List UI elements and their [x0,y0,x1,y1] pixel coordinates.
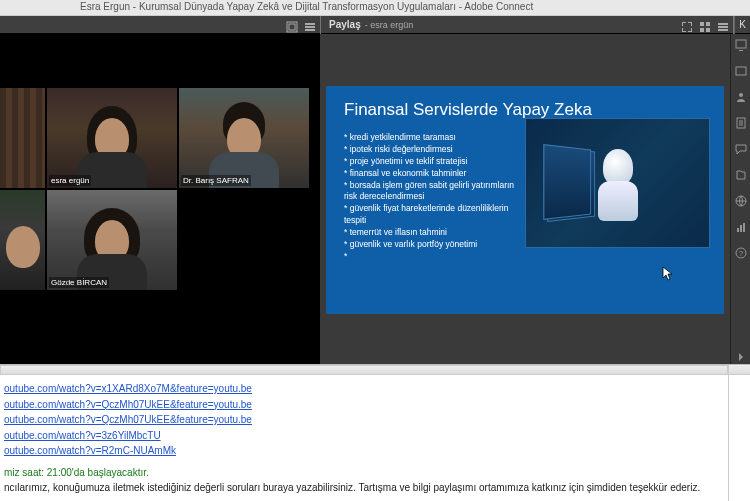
tab-k[interactable]: K [734,16,750,34]
slide-title: Finansal Servislerde Yapay Zeka [344,100,706,120]
svg-rect-19 [743,223,745,232]
participant-name: Dr. Barış SAFRAN [181,175,251,186]
chat-system-message: miz saat: 21:00'da başlayacaktır. [4,467,724,478]
slide-bullet: güvenlik ve varlık portföy yönetimi [344,239,524,251]
slide-bullets: kredi yetkilendirme taraması ipotek risk… [344,132,524,263]
cursor-icon [662,266,674,282]
chat-link[interactable]: outube.com/watch?v=QczMh07UkEE&feature=y… [4,412,724,428]
files-icon[interactable] [734,168,748,182]
video-tile[interactable]: esra ergün [47,88,177,188]
chat-pod[interactable]: outube.com/watch?v=x1XARd8Xo7M&feature=y… [0,365,728,501]
chat-link[interactable]: outube.com/watch?v=x1XARd8Xo7M&feature=y… [4,381,724,397]
slide-bullet: temerrüt ve iflasın tahmini [344,227,524,239]
chat-side-panel [728,365,750,501]
svg-point-14 [739,93,743,97]
collapse-sidebar-icon[interactable] [734,350,748,364]
svg-rect-18 [740,225,742,232]
grid-layout-icon[interactable] [699,19,711,31]
slide-bullet: borsada işlem gören sabit gelirli yatırı… [344,180,524,204]
slide-image [525,118,710,248]
video-tile[interactable] [0,190,45,290]
slide-bullet [344,251,524,263]
pod-divider[interactable] [0,365,728,375]
pod-options-icon[interactable] [304,19,316,31]
top-toolbar: Paylaş - esra ergün K [0,16,750,34]
chat-link[interactable]: outube.com/watch?v=QczMh07UkEE&feature=y… [4,397,724,413]
slide-bullet: proje yönetimi ve teklif stratejisi [344,156,524,168]
slide-bullet: güvenlik fiyat hareketlerinde düzenlilik… [344,203,524,227]
share-icon[interactable] [734,38,748,52]
notes-icon[interactable] [734,116,748,130]
attendees-icon[interactable] [734,90,748,104]
video-tile[interactable] [0,88,45,188]
svg-rect-8 [706,28,710,32]
whiteboard-icon[interactable] [734,64,748,78]
fullscreen-icon[interactable] [681,19,693,31]
right-sidebar: ? [730,34,750,364]
slide-bullet: ipotek riski değerlendirmesi [344,144,524,156]
participant-name: Gözde BİRCAN [49,277,109,288]
video-tile[interactable]: Dr. Barış SAFRAN [179,88,309,188]
chat-message: ncılarımız, konuğumuza iletmek istediğin… [4,482,724,493]
weblinks-icon[interactable] [734,194,748,208]
slide-bullet: kredi yetkilendirme taraması [344,132,524,144]
svg-rect-12 [736,40,746,48]
svg-rect-13 [736,67,746,75]
chat-link[interactable]: outube.com/watch?v=R2mC-NUAmMk [4,443,724,459]
maximize-pod-icon[interactable] [286,19,298,31]
window-title: Esra Ergun - Kurumsal Dünyada Yapay Zekâ… [80,1,533,12]
svg-rect-2 [305,23,315,25]
window-titlebar: Esra Ergun - Kurumsal Dünyada Yapay Zekâ… [0,0,750,16]
video-tile[interactable]: Gözde BİRCAN [47,190,177,290]
pod-menu-icon[interactable] [717,19,729,31]
svg-rect-1 [289,24,295,30]
qa-icon[interactable]: ? [734,246,748,260]
svg-rect-10 [718,26,728,28]
presentation-slide: Finansal Servislerde Yapay Zeka kredi ye… [326,86,724,314]
participant-name: esra ergün [49,175,91,186]
slide-bullet: finansal ve ekonomik tahminler [344,168,524,180]
share-pod-title: Paylaş [321,19,365,30]
video-pod: esra ergün Dr. Barış SAFRAN Gözde BİRCAN [0,34,320,364]
svg-rect-11 [718,29,728,31]
svg-rect-4 [305,29,315,31]
svg-rect-3 [305,26,315,28]
svg-rect-17 [737,228,739,232]
svg-rect-9 [718,23,728,25]
svg-rect-6 [706,22,710,26]
poll-icon[interactable] [734,220,748,234]
chat-link[interactable]: outube.com/watch?v=3z6YilMbcTU [4,428,724,444]
svg-rect-7 [700,28,704,32]
share-pod: Finansal Servislerde Yapay Zeka kredi ye… [320,34,730,364]
panel-resize-handle[interactable] [729,365,750,375]
svg-text:?: ? [738,249,743,258]
chat-icon[interactable] [734,142,748,156]
svg-rect-5 [700,22,704,26]
share-presenter-name: - esra ergün [365,20,414,30]
